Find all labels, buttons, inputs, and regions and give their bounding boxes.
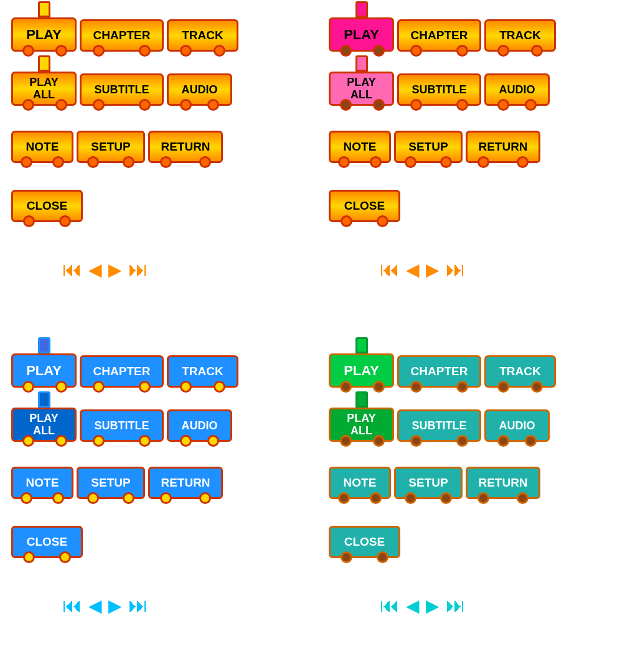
playall-label-q4: PLAYALL — [347, 413, 375, 437]
play-label-q3: PLAY — [26, 363, 62, 379]
loco-play-q1[interactable]: PLAY — [11, 17, 77, 52]
rewind-fast-q2[interactable]: ⏮ — [380, 258, 400, 281]
close-label-q1: CLOSE — [27, 199, 67, 213]
play-label-q4: PLAY — [344, 363, 379, 379]
forward-q4[interactable]: ▶ — [426, 595, 440, 616]
forward-fast-q4[interactable]: ⏭ — [446, 594, 466, 617]
arrow-row-q3: ⏮ ◀ ▶ ⏭ — [62, 594, 148, 617]
note-label-q3: NOTE — [26, 476, 59, 490]
quadrant-1: PLAY CHAPTER TRACK PLAYALL — [0, 0, 318, 336]
return-label-q2: RETURN — [478, 140, 527, 154]
close-car-q1[interactable]: CLOSE — [11, 190, 83, 222]
close-car-q2[interactable]: CLOSE — [329, 190, 400, 222]
forward-q1[interactable]: ▶ — [108, 259, 122, 280]
note-label-q2: NOTE — [344, 140, 377, 154]
setup-label-q4: SETUP — [408, 476, 448, 490]
close-car-q4[interactable]: CLOSE — [329, 526, 400, 558]
loco-play-q3[interactable]: PLAY — [11, 353, 77, 388]
forward-q3[interactable]: ▶ — [108, 595, 122, 616]
track-label-q3: TRACK — [182, 365, 223, 378]
close-car-q3[interactable]: CLOSE — [11, 526, 83, 558]
track-label-q2: TRACK — [499, 29, 541, 42]
note-car-q2[interactable]: NOTE — [329, 131, 391, 163]
audio-label-q3: AUDIO — [182, 419, 218, 432]
subtitle-label-q3: SUBTITLE — [95, 419, 149, 432]
return-label-q3: RETURN — [161, 476, 210, 490]
quadrant-3: PLAY CHAPTER TRACK PLAYALL SUBTI — [0, 336, 318, 672]
note-label-q1: NOTE — [26, 140, 59, 154]
playall-label-q2: PLAYALL — [347, 77, 375, 101]
close-label-q3: CLOSE — [27, 535, 67, 549]
audio-car-q1[interactable]: AUDIO — [167, 73, 232, 106]
audio-label-q2: AUDIO — [499, 83, 535, 96]
note-car-q4[interactable]: NOTE — [329, 467, 391, 499]
rewind-q2[interactable]: ◀ — [406, 259, 420, 280]
forward-fast-q2[interactable]: ⏭ — [446, 258, 466, 281]
audio-car-q4[interactable]: AUDIO — [484, 409, 550, 442]
return-label-q1: RETURN — [161, 140, 210, 154]
rewind-fast-q3[interactable]: ⏮ — [62, 594, 82, 617]
subtitle-car-q2[interactable]: SUBTITLE — [397, 73, 481, 106]
loco-playall-q1[interactable]: PLAYALL — [11, 72, 77, 106]
quadrant-2: PLAY CHAPTER TRACK PLAYALL SUBTI — [318, 0, 635, 336]
subtitle-car-q4[interactable]: SUBTITLE — [397, 409, 481, 442]
return-label-q4: RETURN — [478, 476, 527, 490]
audio-car-q2[interactable]: AUDIO — [484, 73, 550, 106]
return-car-q4[interactable]: RETURN — [466, 467, 540, 499]
rewind-fast-q4[interactable]: ⏮ — [380, 594, 400, 617]
subtitle-label-q1: SUBTITLE — [95, 83, 149, 96]
arrow-row-q2: ⏮ ◀ ▶ ⏭ — [380, 258, 466, 281]
setup-label-q2: SETUP — [408, 140, 448, 154]
forward-q2[interactable]: ▶ — [426, 259, 440, 280]
rewind-q4[interactable]: ◀ — [406, 595, 420, 616]
return-car-q3[interactable]: RETURN — [148, 467, 223, 499]
chapter-car-q3[interactable]: CHAPTER — [80, 355, 164, 388]
loco-play-q4[interactable]: PLAY — [329, 353, 394, 388]
loco-playall-q3[interactable]: PLAYALL — [11, 408, 77, 442]
playall-label-q3: PLAYALL — [29, 413, 58, 437]
chapter-label-q2: CHAPTER — [411, 29, 468, 42]
audio-car-q3[interactable]: AUDIO — [167, 409, 232, 442]
audio-label-q4: AUDIO — [499, 419, 535, 432]
setup-car-q4[interactable]: SETUP — [394, 467, 463, 499]
rewind-q1[interactable]: ◀ — [88, 259, 102, 280]
subtitle-car-q3[interactable]: SUBTITLE — [80, 409, 164, 442]
setup-car-q1[interactable]: SETUP — [77, 131, 145, 163]
setup-label-q3: SETUP — [91, 476, 130, 490]
chapter-label-q4: CHAPTER — [411, 365, 468, 378]
subtitle-label-q4: SUBTITLE — [412, 419, 467, 432]
close-label-q2: CLOSE — [344, 199, 385, 213]
chapter-car-q4[interactable]: CHAPTER — [397, 355, 481, 388]
chapter-car-q2[interactable]: CHAPTER — [397, 19, 481, 52]
arrow-row-q1: ⏮ ◀ ▶ ⏭ — [62, 258, 148, 281]
track-label-q1: TRACK — [182, 29, 223, 42]
setup-car-q3[interactable]: SETUP — [77, 467, 145, 499]
rewind-fast-q1[interactable]: ⏮ — [62, 258, 82, 281]
note-car-q1[interactable]: NOTE — [11, 131, 73, 163]
close-label-q4: CLOSE — [344, 535, 385, 549]
subtitle-car-q1[interactable]: SUBTITLE — [80, 73, 164, 106]
track-car-q2[interactable]: TRACK — [484, 19, 556, 52]
arrow-row-q4: ⏮ ◀ ▶ ⏭ — [380, 594, 466, 617]
loco-playall-q4[interactable]: PLAYALL — [329, 408, 394, 442]
loco-playall-q2[interactable]: PLAYALL — [329, 72, 394, 106]
play-label-q2: PLAY — [344, 27, 379, 43]
forward-fast-q1[interactable]: ⏭ — [128, 258, 148, 281]
chapter-label-q3: CHAPTER — [93, 365, 151, 378]
track-car-q3[interactable]: TRACK — [167, 355, 238, 388]
forward-fast-q3[interactable]: ⏭ — [128, 594, 148, 617]
track-car-q1[interactable]: TRACK — [167, 19, 238, 52]
chapter-car-q1[interactable]: CHAPTER — [80, 19, 164, 52]
setup-car-q2[interactable]: SETUP — [394, 131, 463, 163]
quadrant-4: PLAY CHAPTER TRACK PLAYALL SUBTI — [318, 336, 635, 672]
track-car-q4[interactable]: TRACK — [484, 355, 556, 388]
note-label-q4: NOTE — [344, 476, 377, 490]
note-car-q3[interactable]: NOTE — [11, 467, 73, 499]
rewind-q3[interactable]: ◀ — [88, 595, 102, 616]
chapter-label-q1: CHAPTER — [93, 29, 151, 42]
return-car-q1[interactable]: RETURN — [148, 131, 223, 163]
return-car-q2[interactable]: RETURN — [466, 131, 540, 163]
loco-play-q2[interactable]: PLAY — [329, 17, 394, 52]
subtitle-label-q2: SUBTITLE — [412, 83, 467, 96]
setup-label-q1: SETUP — [91, 140, 130, 154]
